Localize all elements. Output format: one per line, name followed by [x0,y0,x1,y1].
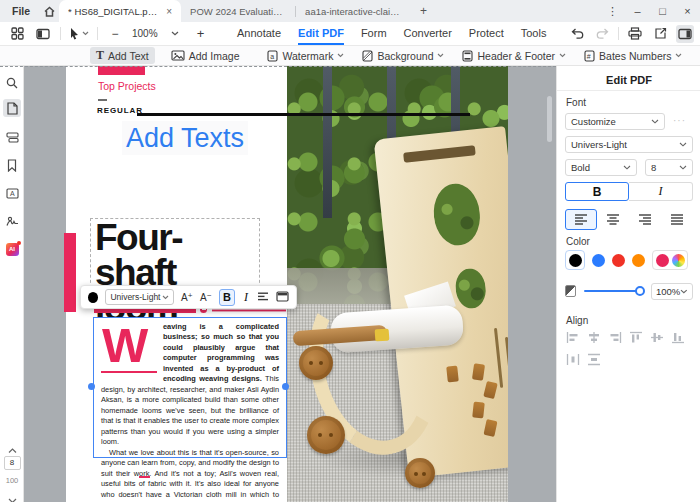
tab-annotate[interactable]: Annotate [237,22,281,45]
align-objects-hcenter-button[interactable] [586,330,601,345]
search-icon[interactable] [3,74,21,92]
grid-view-icon[interactable] [8,25,26,43]
swatch-pink[interactable] [656,254,669,267]
tab-form[interactable]: Form [361,22,387,45]
current-page-value[interactable]: 8 [4,456,21,470]
maximize-icon[interactable]: □ [650,0,675,22]
opacity-select[interactable]: 100% [651,283,693,300]
align-objects-vcenter-button[interactable] [649,330,664,345]
font-family-dropdown[interactable]: Univers-Light [105,289,174,305]
italic-toggle[interactable]: I [629,182,693,201]
undo-icon[interactable] [568,25,586,43]
more-options-icon[interactable]: ⋮ [600,0,625,22]
redo-icon[interactable] [593,25,611,43]
selection-handle-left[interactable] [88,383,95,390]
distribute-vertical-button[interactable] [586,352,601,367]
add-image-button[interactable]: Add Image [165,47,246,64]
bold-toggle[interactable]: B [565,182,629,201]
italic-button[interactable]: I [242,290,250,305]
chevron-down-icon [437,53,444,58]
align-right-button[interactable] [629,209,661,230]
vertical-scrollbar[interactable] [547,96,552,142]
swatch-blue[interactable] [592,254,605,267]
page-number-input[interactable]: 8 [0,456,24,470]
opacity-slider[interactable] [584,290,641,292]
opacity-value: 100% [656,286,680,297]
distribute-horizontal-button[interactable] [565,352,580,367]
font-size-value: 8 [651,162,656,173]
zoom-out-icon[interactable]: − [106,25,124,43]
bookmark-icon[interactable] [3,156,21,174]
align-objects-right-button[interactable] [607,330,622,345]
font-size-select[interactable]: 8 [645,159,693,176]
print-icon[interactable] [626,25,644,43]
tab-tools[interactable]: Tools [521,22,547,45]
added-text-object[interactable]: Add Texts [122,121,248,155]
quick-actions [568,22,694,45]
close-tab-icon[interactable]: × [166,6,172,17]
panel-toggle-icon[interactable] [676,25,694,43]
select-cursor-icon[interactable] [69,25,89,43]
headline-text-box[interactable]: Four-shaft loom [90,218,260,288]
align-objects-bottom-button[interactable] [670,330,685,345]
svg-text:#: # [587,52,591,59]
minimize-icon[interactable]: – [625,0,650,22]
add-text-label: Add Text [108,50,149,62]
new-tab-icon[interactable]: + [420,4,427,18]
watermark-button[interactable]: a Watermark [261,47,350,64]
font-preset-select[interactable]: Customize [565,113,665,130]
zoom-level[interactable]: 100% [132,28,158,39]
body-text-box[interactable]: W eaving is a complicated business; so m… [93,317,287,458]
swatch-custom-group[interactable] [652,250,688,270]
document-tab-2[interactable]: POW 2024 Evaluation R... [181,0,295,22]
document-tab-3[interactable]: aa1a-interactive-claim- [296,0,410,22]
align-button[interactable] [257,288,269,306]
page-thumbnails-icon[interactable] [3,99,21,117]
align-center-button[interactable] [597,209,629,230]
increase-font-button[interactable]: A⁺ [181,292,193,303]
header-footer-button[interactable]: Header & Footer [456,47,572,64]
font-weight-select[interactable]: Bold [565,159,637,176]
signature-icon[interactable] [3,212,21,230]
slider-knob[interactable] [635,286,645,296]
sidebar-toggle-icon[interactable] [34,25,52,43]
zoom-chevron-icon[interactable] [166,25,184,43]
share-export-icon[interactable] [651,25,669,43]
text-color-swatch[interactable] [88,292,98,303]
align-objects-top-button[interactable] [628,330,643,345]
zoom-in-icon[interactable]: + [192,25,210,43]
add-text-button[interactable]: T Add Text [90,47,155,64]
background-button[interactable]: Background [356,47,450,64]
align-left-button[interactable] [565,209,597,230]
close-window-icon[interactable]: × [675,0,700,22]
decrease-font-button[interactable]: A⁻ [200,292,212,303]
font-family-select[interactable]: Univers-Light [565,136,693,153]
properties-panel: Edit PDF Font Customize ··· Univers-Ligh… [556,66,700,502]
swatch-red[interactable] [612,254,625,267]
ai-assistant-icon[interactable]: AI [3,240,21,258]
tab-title: POW 2024 Evaluation R... [190,6,286,17]
selection-handle-right[interactable] [282,383,289,390]
swatch-black-selected[interactable] [565,250,585,270]
page-down-icon[interactable] [0,490,24,502]
bold-button[interactable]: B [219,289,235,306]
tab-converter[interactable]: Converter [404,22,452,45]
swatch-orange[interactable] [632,254,645,267]
more-presets-icon[interactable]: ··· [673,115,686,126]
photo-spool [307,416,345,454]
home-icon[interactable] [39,2,59,20]
document-tab-active[interactable]: * HS68_DIGITAL.pdf_Co... × [59,0,181,22]
watermark-label: Watermark [282,50,333,62]
tab-edit-pdf[interactable]: Edit PDF [298,22,344,45]
annotations-list-icon[interactable] [3,128,21,146]
file-menu[interactable]: File [0,5,39,17]
align-objects-left-button[interactable] [565,330,580,345]
properties-panel-button[interactable] [276,288,289,306]
chevron-down-icon [623,165,631,170]
tab-protect[interactable]: Protect [469,22,504,45]
crop-button[interactable]: Crop [696,47,700,64]
text-field-icon[interactable]: A [3,184,21,202]
bates-numbers-button[interactable]: # Bates Numbers [578,47,688,64]
color-picker-icon[interactable] [672,254,685,267]
align-justify-button[interactable] [661,209,693,230]
